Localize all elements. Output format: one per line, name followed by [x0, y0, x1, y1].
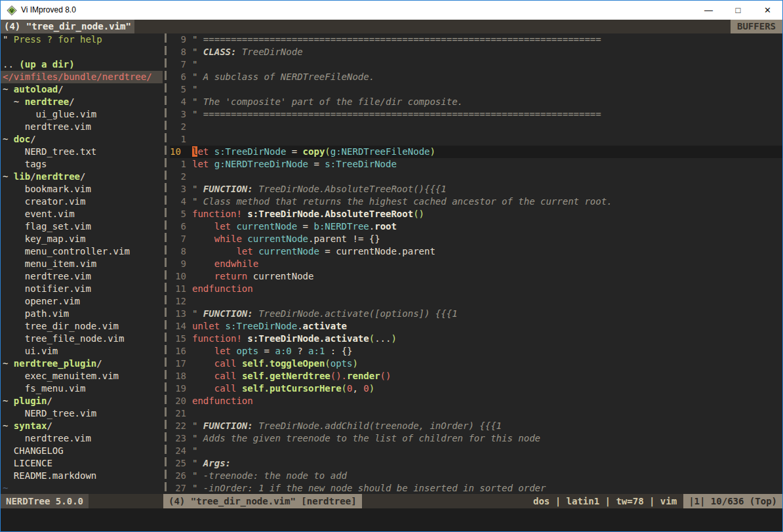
- code-line[interactable]: 18 call self.getNerdtree().render(): [170, 370, 782, 382]
- maximize-button[interactable]: □: [723, 1, 753, 20]
- tree-item[interactable]: nerdtree.vim: [1, 270, 163, 283]
- code-line[interactable]: 1: [170, 133, 782, 146]
- close-button[interactable]: ✕: [753, 1, 782, 20]
- code-line[interactable]: 27" -inOrder: 1 if the new node should b…: [170, 482, 782, 494]
- code-segment-cm: " A subclass of NERDTreeFileNode.: [192, 72, 374, 82]
- code-line[interactable]: 8" CLASS: TreeDirNode: [170, 46, 782, 58]
- tree-item[interactable]: README.markdown: [1, 470, 163, 482]
- code-segment-kw: function!: [192, 333, 242, 344]
- code-segment-fnw: root: [374, 221, 397, 232]
- tree-item[interactable]: ui_glue.vim: [1, 108, 163, 121]
- code-line[interactable]: 6" A subclass of NERDTreeFileNode.: [170, 71, 782, 83]
- code-line[interactable]: 2: [170, 171, 782, 183]
- code-line[interactable]: 7 while currentNode.parent != {}: [170, 233, 782, 245]
- code-line[interactable]: 2: [170, 121, 782, 133]
- tree-item[interactable]: exec_menuitem.vim: [1, 370, 163, 382]
- code-line[interactable]: 22" FUNCTION: TreeDirNode.addChild(treen…: [170, 420, 782, 432]
- tree-item[interactable]: key_map.vim: [1, 233, 163, 245]
- tree-item[interactable]: ui.vim: [1, 345, 163, 358]
- tree-item[interactable]: ~ nerdtree_plugin/: [1, 358, 163, 370]
- code-line[interactable]: 23" Adds the given treenode to the list …: [170, 432, 782, 445]
- line-number: 27: [170, 482, 186, 494]
- tree-item[interactable]: tags: [1, 158, 163, 171]
- tree-item[interactable]: bookmark.vim: [1, 183, 163, 195]
- code-segment-fnw: activate: [303, 321, 347, 331]
- code-segment-pr: (): [413, 209, 424, 219]
- tree-item[interactable]: tree_dir_node.vim: [1, 320, 163, 333]
- window-separator[interactable]: [163, 33, 170, 494]
- tree-item[interactable]: event.vim: [1, 208, 163, 220]
- tree-item[interactable]: notifier.vim: [1, 283, 163, 295]
- line-number: 8: [170, 46, 186, 58]
- code-line[interactable]: 9 endwhile: [170, 258, 782, 270]
- tree-item[interactable]: menu_controller.vim: [1, 245, 163, 258]
- tree-item[interactable]: NERD_tree.vim: [1, 407, 163, 420]
- code-line[interactable]: 17 call self.toggleOpen(opts): [170, 358, 782, 370]
- minimize-button[interactable]: —: [694, 1, 723, 20]
- tree-item[interactable]: NERD_tree.txt: [1, 146, 163, 158]
- line-number: 2: [170, 121, 186, 133]
- tree-item[interactable]: [1, 46, 163, 58]
- command-line[interactable]: [1, 508, 782, 531]
- code-line[interactable]: 21: [170, 407, 782, 420]
- code-line[interactable]: 7": [170, 58, 782, 71]
- tree-item[interactable]: ~ autoload/: [1, 83, 163, 96]
- code-line[interactable]: 24": [170, 445, 782, 457]
- tree-item[interactable]: flag_set.vim: [1, 220, 163, 233]
- code-segment-kw: call: [214, 383, 237, 394]
- code-line[interactable]: 19 call self.putCursorHere(0, 0): [170, 382, 782, 395]
- tree-item[interactable]: ~ doc/: [1, 133, 163, 146]
- tree-item[interactable]: nerdtree.vim: [1, 432, 163, 445]
- code-line[interactable]: 14unlet s:TreeDirNode.activate: [170, 320, 782, 333]
- tree-item[interactable]: fs_menu.vim: [1, 382, 163, 395]
- tree-item[interactable]: ~ syntax/: [1, 420, 163, 432]
- code-line[interactable]: 10 return currentNode: [170, 270, 782, 283]
- tree-item[interactable]: ~ lib/nerdtree/: [1, 171, 163, 183]
- code-segment-tx: [192, 234, 214, 244]
- code-line[interactable]: 26" -treenode: the node to add: [170, 470, 782, 482]
- line-number: 1: [170, 133, 186, 146]
- tree-item[interactable]: ~: [1, 482, 163, 494]
- code-line[interactable]: 25" Args:: [170, 457, 782, 470]
- code-line[interactable]: 15function! s:TreeDirNode.activate(...): [170, 333, 782, 345]
- code-line[interactable]: 5function! s:TreeDirNode.AbsoluteTreeRoo…: [170, 208, 782, 220]
- line-number: 6: [170, 220, 186, 233]
- code-segment-prr: (): [380, 371, 392, 381]
- code-segment-tx: [3, 433, 25, 443]
- code-segment-dir: plugin: [14, 396, 47, 406]
- tree-item[interactable]: ~ plugin/: [1, 395, 163, 407]
- tab-tree-dir-node[interactable]: (4) "tree_dir_node.vim": [1, 20, 134, 33]
- code-line[interactable]: 6 let currentNode = b:NERDTree.root: [170, 220, 782, 233]
- tree-root-item[interactable]: </vimfiles/bundle/nerdtree/: [1, 71, 163, 83]
- code-line[interactable]: 12: [170, 295, 782, 308]
- code-line[interactable]: 16 let opts = a:0 ? a:1 : {}: [170, 345, 782, 358]
- tree-item[interactable]: LICENCE: [1, 457, 163, 470]
- code-line-current[interactable]: 10let s:TreeDirNode = copy(g:NERDTreeFil…: [170, 146, 782, 158]
- code-line[interactable]: 1let g:NERDTreeDirNode = s:TreeDirNode: [170, 158, 782, 171]
- code-line[interactable]: 20endfunction: [170, 395, 782, 407]
- code-line[interactable]: 3" =====================================…: [170, 108, 782, 121]
- code-line[interactable]: 4" The 'composite' part of the file/dir …: [170, 96, 782, 108]
- tree-item[interactable]: opener.vim: [1, 295, 163, 308]
- tree-item[interactable]: .. (up a dir): [1, 58, 163, 71]
- code-line[interactable]: 5": [170, 83, 782, 96]
- code-segment-dir: nerdtree: [36, 171, 80, 182]
- tree-item[interactable]: " Press ? for help: [1, 33, 163, 46]
- tree-item[interactable]: tree_file_node.vim: [1, 333, 163, 345]
- code-line[interactable]: 4" Class method that returns the highest…: [170, 195, 782, 208]
- code-line[interactable]: 13" FUNCTION: TreeDirNode.activate([opti…: [170, 308, 782, 320]
- code-segment-pr: (: [342, 383, 347, 394]
- code-segment-tx: [192, 271, 214, 281]
- code-line[interactable]: 3" FUNCTION: TreeDirNode.AbsoluteTreeRoo…: [170, 183, 782, 195]
- tree-item[interactable]: CHANGELOG: [1, 445, 163, 457]
- code-line[interactable]: 9" =====================================…: [170, 33, 782, 46]
- code-segment-file: ui.vim: [25, 346, 58, 356]
- nerdtree-version-label: NERDTree 5.0.0: [1, 494, 89, 508]
- tree-item[interactable]: ~ nerdtree/: [1, 96, 163, 108]
- code-line[interactable]: 11endfunction: [170, 283, 782, 295]
- tree-item[interactable]: path.vim: [1, 308, 163, 320]
- code-line[interactable]: 8 let currentNode = currentNode.parent: [170, 245, 782, 258]
- tree-item[interactable]: nerdtree.vim: [1, 121, 163, 133]
- tree-item[interactable]: menu_item.vim: [1, 258, 163, 270]
- tree-item[interactable]: creator.vim: [1, 195, 163, 208]
